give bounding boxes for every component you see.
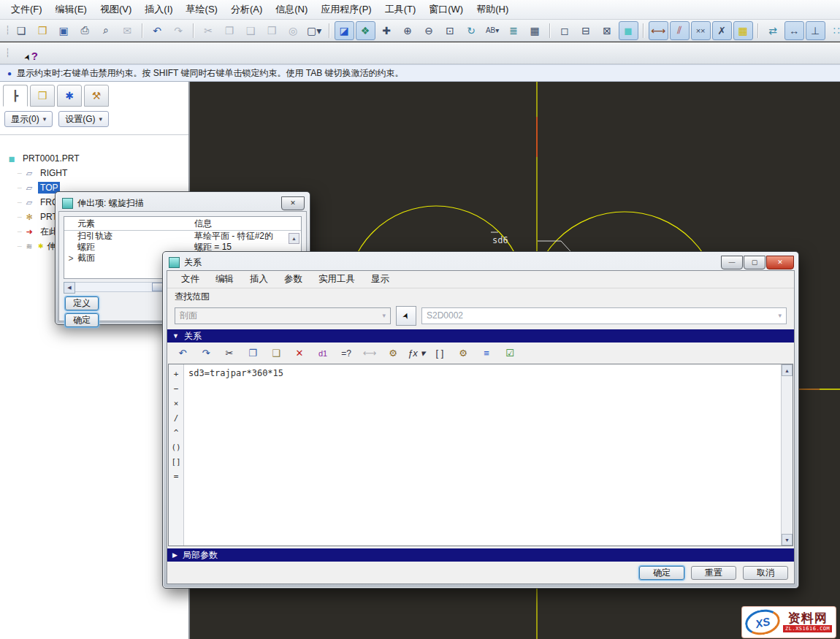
- info-scroll-up-button[interactable]: ▲: [289, 233, 299, 244]
- feature-dialog-close-button[interactable]: ✕: [281, 196, 305, 210]
- vertex-display-button[interactable]: ××: [691, 21, 711, 40]
- menu-info[interactable]: 信息(N): [269, 1, 314, 18]
- menu-window[interactable]: 窗口(W): [422, 1, 470, 18]
- favorites-tab[interactable]: ✱: [57, 85, 82, 107]
- relations-menu-utilities[interactable]: 实用工具: [310, 272, 363, 287]
- object-combobox[interactable]: S2D0002 ▾: [421, 307, 787, 324]
- feature-dialog-titlebar[interactable]: 伸出项: 螺旋扫描 ✕: [56, 193, 309, 212]
- menu-help[interactable]: 帮助(H): [470, 1, 515, 18]
- unit-quantity-button[interactable]: ⚙: [382, 344, 404, 362]
- cut-button[interactable]: ✂: [218, 344, 240, 362]
- connections-tab[interactable]: ⚒: [84, 85, 109, 107]
- hidden-line-display-button[interactable]: ⊟: [576, 21, 596, 40]
- operator-multiply[interactable]: ×: [174, 396, 179, 410]
- folder-browser-tab[interactable]: ❒: [30, 85, 55, 107]
- evaluate-button[interactable]: =?: [335, 344, 357, 362]
- operator-brackets[interactable]: []: [171, 454, 180, 469]
- copy-button[interactable]: ❐: [242, 344, 264, 362]
- close-button[interactable]: ✕: [766, 256, 794, 269]
- menu-view[interactable]: 视图(V): [93, 1, 138, 18]
- relations-section-header[interactable]: ▼ 关系: [167, 329, 794, 343]
- scroll-left-button[interactable]: ◀: [64, 282, 75, 294]
- vscroll-track[interactable]: [782, 376, 793, 534]
- save-button[interactable]: ▣: [54, 21, 74, 40]
- menu-analysis[interactable]: 分析(A): [224, 1, 269, 18]
- annotations-button[interactable]: AB▾: [483, 21, 503, 40]
- relations-menu-file[interactable]: 文件: [173, 272, 207, 287]
- paste-special-button[interactable]: ❒: [262, 21, 282, 40]
- datum-display-button[interactable]: ❖: [356, 21, 375, 40]
- minimize-button[interactable]: —: [721, 256, 743, 269]
- unit-conversion-button[interactable]: ⚙: [452, 344, 474, 362]
- verify-relations-button[interactable]: ☑: [499, 344, 521, 362]
- brackets-button[interactable]: [ ]: [429, 344, 451, 362]
- no-hidden-display-button[interactable]: ⊠: [597, 21, 617, 40]
- menu-insert[interactable]: 插入(I): [138, 1, 179, 18]
- relation-text-area[interactable]: sd3=trajpar*360*15: [184, 364, 781, 546]
- tree-item-part[interactable]: ◼ PRT0001.PRT: [0, 151, 188, 166]
- dimension-h-display-button[interactable]: ↔: [784, 21, 804, 40]
- print-button[interactable]: ⎙: [75, 21, 95, 40]
- element-row-trajectory[interactable]: 扫引轨迹 草绘平面 - 特征#2的: [64, 231, 301, 242]
- dimension-display-button[interactable]: ⟷: [649, 21, 668, 40]
- operator-equals[interactable]: =: [174, 469, 179, 483]
- functions-button[interactable]: ƒx ▾: [405, 344, 427, 362]
- grid-snap-button[interactable]: ∷: [827, 21, 840, 40]
- menu-file[interactable]: 文件(F): [4, 1, 49, 18]
- paste-button[interactable]: ❑: [265, 344, 287, 362]
- tree-item-right-plane[interactable]: ┈ ▱ RIGHT: [0, 166, 188, 180]
- switch-dimensions-button[interactable]: d1: [312, 344, 334, 362]
- view-manager-button[interactable]: ▦: [525, 21, 545, 40]
- tree-settings-button[interactable]: 设置(G) ▾: [58, 111, 109, 127]
- perpendicular-display-button[interactable]: ⊥: [806, 21, 825, 40]
- shaded-display-button[interactable]: ◼: [619, 21, 638, 40]
- sort-relations-button[interactable]: ≡: [476, 344, 497, 362]
- operator-parens[interactable]: (): [171, 440, 180, 454]
- document-search-button[interactable]: ⌕: [96, 21, 116, 40]
- axes-display-button[interactable]: ✗: [712, 21, 732, 40]
- layers-button[interactable]: ≣: [504, 21, 524, 40]
- menu-sketch[interactable]: 草绘(S): [180, 1, 224, 18]
- scope-combobox[interactable]: 剖面 ▾: [175, 307, 391, 324]
- relations-menu-edit[interactable]: 编辑: [207, 272, 242, 287]
- delete-button[interactable]: ✕: [289, 344, 310, 362]
- reorient-view-button[interactable]: ↻: [462, 21, 481, 40]
- selection-box-button[interactable]: ▢▾: [305, 21, 324, 40]
- editor-vscrollbar[interactable]: ▲ ▼: [781, 364, 793, 546]
- relations-menu-parameters[interactable]: 参数: [276, 272, 310, 287]
- new-file-button[interactable]: ❏: [12, 21, 31, 40]
- reset-button[interactable]: 重置: [691, 566, 736, 580]
- menu-tools[interactable]: 工具(T): [378, 1, 423, 18]
- find-button[interactable]: ◎: [283, 21, 303, 40]
- redo-button[interactable]: ↷: [195, 344, 217, 362]
- sketch-view-button[interactable]: ◪: [335, 21, 354, 40]
- relations-menu-show[interactable]: 显示: [363, 272, 397, 287]
- zoom-in-button[interactable]: ⊕: [398, 21, 418, 40]
- model-tree-tab[interactable]: ┣: [3, 85, 28, 107]
- relations-dialog-titlebar[interactable]: 关系 — ▢ ✕: [163, 252, 798, 271]
- open-button[interactable]: ❒: [33, 21, 53, 40]
- mail-button[interactable]: ✉: [118, 21, 137, 40]
- redo-button[interactable]: ↷: [169, 21, 188, 40]
- ok-button[interactable]: 确定: [639, 566, 684, 580]
- local-parameters-section-header[interactable]: ▶ 局部参数: [167, 548, 794, 562]
- measure-button[interactable]: ⟷: [359, 344, 381, 362]
- wireframe-display-button[interactable]: ◻: [555, 21, 575, 40]
- zoom-out-button[interactable]: ⊖: [419, 21, 439, 40]
- cut-button[interactable]: ✂: [199, 21, 218, 40]
- select-item-button[interactable]: ➤: [396, 306, 416, 326]
- operator-plus[interactable]: +: [174, 367, 179, 381]
- undo-button[interactable]: ↶: [148, 21, 167, 40]
- spin-center-button[interactable]: ✚: [377, 21, 397, 40]
- define-button[interactable]: 定义: [65, 296, 99, 310]
- constraint-display-button[interactable]: ⫽: [670, 21, 690, 40]
- swap-button[interactable]: ⇄: [763, 21, 783, 40]
- operator-minus[interactable]: −: [174, 381, 179, 396]
- grid-display-button[interactable]: ▦: [733, 21, 753, 40]
- context-help-button[interactable]: ➤ ?: [18, 44, 45, 63]
- operator-power[interactable]: ^: [174, 425, 179, 440]
- maximize-button[interactable]: ▢: [744, 256, 765, 269]
- menu-applications[interactable]: 应用程序(P): [314, 1, 378, 18]
- tree-show-button[interactable]: 显示(0) ▾: [4, 111, 53, 127]
- undo-button[interactable]: ↶: [172, 344, 194, 362]
